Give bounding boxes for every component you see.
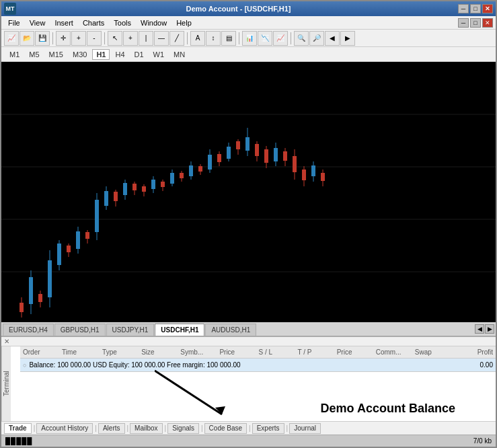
title-bar-text: Demo Account - [USDCHF,H1] bbox=[19, 5, 458, 13]
arrow-btn[interactable]: ↕ bbox=[206, 31, 221, 46]
new-chart-btn[interactable]: 📈 bbox=[4, 31, 19, 46]
chart-bar-btn[interactable]: 📊 bbox=[242, 31, 257, 46]
close-button[interactable]: ✕ bbox=[482, 4, 493, 13]
minimize-button[interactable]: ─ bbox=[458, 4, 469, 13]
scroll-right[interactable]: ▶ bbox=[340, 31, 355, 46]
terminal-close-icon[interactable]: ✕ bbox=[4, 338, 9, 345]
inner-maximize[interactable]: □ bbox=[470, 18, 481, 28]
svg-rect-40 bbox=[180, 173, 184, 178]
tf-mn[interactable]: MN bbox=[169, 49, 189, 60]
svg-rect-34 bbox=[151, 180, 155, 189]
period-btn[interactable]: ▤ bbox=[221, 31, 236, 46]
candlestick-chart bbox=[1, 62, 496, 322]
crosshair-btn[interactable]: ✛ bbox=[56, 31, 71, 46]
toolbar-group-5: 📊 📉 📈 bbox=[242, 31, 288, 46]
demo-account-balance-label: Demo Account Balance bbox=[321, 402, 455, 416]
svg-rect-48 bbox=[217, 154, 221, 162]
svg-rect-16 bbox=[67, 246, 71, 252]
inner-minimize[interactable]: ─ bbox=[458, 18, 469, 28]
chart-tabs: EURUSD,H4 GBPUSD,H1 USDJPY,H1 USDCHF,H1 … bbox=[1, 322, 496, 337]
trend-btn[interactable]: ╱ bbox=[169, 31, 184, 46]
balance-arrow-svg bbox=[155, 367, 289, 421]
tf-w1[interactable]: W1 bbox=[149, 49, 169, 60]
svg-rect-14 bbox=[57, 244, 61, 265]
tab-signals[interactable]: Signals bbox=[167, 423, 199, 434]
zoom-chart-out[interactable]: 🔎 bbox=[309, 31, 324, 46]
svg-rect-64 bbox=[293, 156, 297, 172]
tab-code-base[interactable]: Code Base bbox=[204, 423, 247, 434]
terminal-column-headers: Order Time Type Size Symb... Price S / L… bbox=[20, 346, 496, 359]
text-btn[interactable]: A bbox=[190, 31, 205, 46]
svg-rect-66 bbox=[302, 170, 306, 180]
status-info: 7/0 kb bbox=[473, 437, 492, 445]
svg-rect-54 bbox=[245, 137, 250, 151]
tf-m5[interactable]: M5 bbox=[25, 49, 43, 60]
zoom-in-btn[interactable]: + bbox=[71, 31, 86, 46]
sep-1 bbox=[52, 32, 53, 44]
tab-alerts[interactable]: Alerts bbox=[98, 423, 125, 434]
svg-rect-50 bbox=[227, 147, 231, 159]
col-symbol: Symb... bbox=[180, 348, 219, 356]
timeframe-bar: M1 M5 M15 M30 H1 H4 D1 W1 MN bbox=[1, 47, 496, 62]
menu-tools[interactable]: Tools bbox=[110, 17, 135, 28]
line-btn[interactable]: | bbox=[139, 31, 153, 46]
tab-mailbox[interactable]: Mailbox bbox=[130, 423, 162, 434]
chart-tab-next[interactable]: ▶ bbox=[485, 324, 494, 334]
chart-tab-prev[interactable]: ◀ bbox=[475, 324, 484, 334]
save-btn[interactable]: 💾 bbox=[35, 31, 50, 46]
svg-rect-6 bbox=[20, 303, 24, 312]
menu-file[interactable]: File bbox=[4, 17, 24, 28]
menu-view[interactable]: View bbox=[26, 17, 50, 28]
menu-charts[interactable]: Charts bbox=[79, 17, 108, 28]
tf-m1[interactable]: M1 bbox=[5, 49, 24, 60]
tab-experts[interactable]: Experts bbox=[252, 423, 284, 434]
tf-m30[interactable]: M30 bbox=[69, 49, 91, 60]
tab-trade[interactable]: Trade bbox=[4, 423, 32, 434]
tf-m15[interactable]: M15 bbox=[45, 49, 67, 60]
sep-3 bbox=[187, 32, 188, 44]
hline-btn[interactable]: — bbox=[154, 31, 169, 46]
toolbar-group-6: 🔍 🔎 ◀ ▶ bbox=[294, 31, 355, 46]
chart-tab-gbpusd[interactable]: GBPUSD,H1 bbox=[54, 324, 106, 336]
col-swap: Swap bbox=[415, 348, 454, 356]
tf-d1[interactable]: D1 bbox=[130, 49, 148, 60]
col-type: Type bbox=[102, 348, 141, 356]
inner-close[interactable]: ✕ bbox=[482, 18, 493, 28]
scroll-left[interactable]: ◀ bbox=[325, 31, 340, 46]
terminal-area: ✕ Terminal Order Time Type Size Symb... … bbox=[1, 337, 496, 435]
crosshair2-btn[interactable]: + bbox=[123, 31, 138, 46]
chart-tab-eurusd[interactable]: EURUSD,H4 bbox=[3, 324, 54, 336]
svg-rect-60 bbox=[274, 148, 278, 161]
tf-h4[interactable]: H4 bbox=[111, 49, 128, 60]
col-sl: S / L bbox=[258, 348, 297, 356]
chart-candle-btn[interactable]: 📉 bbox=[258, 31, 272, 46]
zoom-out-btn[interactable]: - bbox=[87, 31, 102, 46]
open-btn[interactable]: 📂 bbox=[20, 31, 34, 46]
chart-area[interactable]: Demo Account bbox=[1, 62, 496, 322]
svg-rect-38 bbox=[170, 173, 174, 184]
chart-tab-audusd[interactable]: AUDUSD,H1 bbox=[205, 324, 256, 336]
status-dots: █████ bbox=[5, 437, 32, 445]
svg-rect-12 bbox=[48, 260, 52, 297]
main-toolbar: 📈 📂 💾 ✛ + - ↖ + | — ╱ A ↕ ▤ 📊 📉 📈 bbox=[1, 30, 496, 47]
tab-account-history[interactable]: Account History bbox=[36, 423, 93, 434]
menu-window[interactable]: Window bbox=[137, 17, 171, 28]
maximize-button[interactable]: □ bbox=[470, 4, 481, 13]
tf-h1[interactable]: H1 bbox=[92, 49, 110, 60]
svg-rect-62 bbox=[283, 151, 287, 161]
title-bar: MT Demo Account - [USDCHF,H1] ─ □ ✕ bbox=[1, 1, 496, 16]
svg-rect-70 bbox=[321, 173, 325, 181]
tab-journal[interactable]: Journal bbox=[289, 423, 321, 434]
col-profit: Profit bbox=[454, 348, 493, 356]
menu-insert[interactable]: Insert bbox=[50, 17, 77, 28]
svg-rect-10 bbox=[38, 294, 42, 302]
chart-tab-usdjpy[interactable]: USDJPY,H1 bbox=[106, 324, 155, 336]
svg-rect-24 bbox=[104, 191, 108, 206]
cursor-btn[interactable]: ↖ bbox=[108, 31, 122, 46]
zoom-chart-in[interactable]: 🔍 bbox=[294, 31, 309, 46]
sep-5 bbox=[291, 32, 291, 44]
chart-tab-usdchf[interactable]: USDCHF,H1 bbox=[155, 324, 204, 336]
menu-help[interactable]: Help bbox=[172, 17, 196, 28]
chart-line-btn[interactable]: 📈 bbox=[273, 31, 288, 46]
svg-rect-18 bbox=[76, 231, 80, 249]
